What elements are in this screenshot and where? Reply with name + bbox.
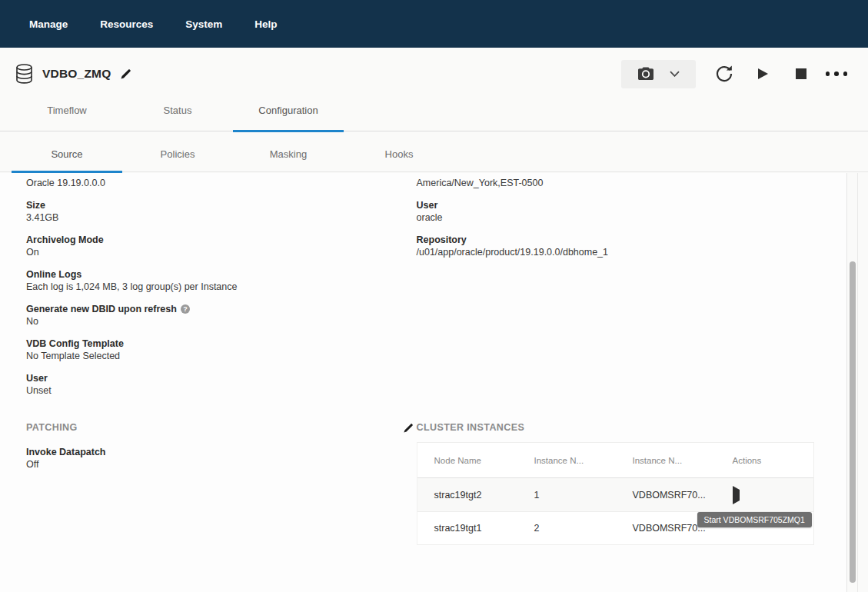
start-instance-tooltip: Start VDBOMSRF705ZMQ1: [697, 512, 812, 527]
subtab-masking[interactable]: Masking: [233, 131, 344, 171]
play-icon: [758, 68, 768, 79]
col-instance-number: Instance N...: [517, 456, 616, 465]
stop-icon: [796, 68, 806, 79]
stop-button[interactable]: [782, 60, 820, 88]
pencil-icon[interactable]: [120, 68, 131, 80]
patching-section: PATCHING Invoke Datapatch Off: [0, 422, 411, 545]
cluster-instances-title: CLUSTER INSTANCES: [417, 422, 525, 434]
scrollbar-thumb[interactable]: [850, 261, 856, 583]
field-invoke-datapatch: Invoke Datapatch Off: [26, 446, 411, 471]
col-instance-name: Instance N...: [616, 456, 716, 465]
refresh-icon: [715, 65, 733, 83]
source-left-column: Oracle 19.19.0.0.0 Size 3.41GB Archivelo…: [0, 173, 411, 407]
ellipsis-icon: [826, 72, 848, 76]
scrollbar-track[interactable]: [847, 173, 858, 592]
start-button[interactable]: [743, 60, 782, 88]
subtab-policies[interactable]: Policies: [122, 131, 233, 171]
col-actions: Actions: [716, 456, 813, 465]
page-title: VDBO_ZMQ: [42, 67, 111, 81]
cluster-instances-table: Node Name Instance N... Instance N... Ac…: [417, 442, 814, 545]
primary-tabs: Timeflow Status Configuration: [0, 100, 868, 131]
patching-title: PATCHING: [26, 422, 78, 434]
cluster-instances-section: CLUSTER INSTANCES Node Name Instance N..…: [411, 422, 846, 545]
database-icon: [15, 64, 33, 84]
object-header: VDBO_ZMQ: [0, 48, 868, 100]
table-header-row: Node Name Instance N... Instance N... Ac…: [417, 443, 813, 478]
field-generate-dbid: Generate new DBID upon refresh? No: [26, 303, 411, 328]
nav-system[interactable]: System: [185, 18, 222, 30]
source-right-column: America/New_York,EST-0500 User oracle Re…: [411, 173, 846, 407]
nav-help[interactable]: Help: [254, 18, 277, 30]
source-panel: Oracle 19.19.0.0.0 Size 3.41GB Archivelo…: [0, 173, 847, 592]
refresh-button[interactable]: [705, 60, 743, 88]
camera-icon: [637, 67, 654, 81]
nav-manage[interactable]: Manage: [29, 18, 68, 30]
snapshot-button[interactable]: [621, 60, 696, 88]
field-vdb-config-template: VDB Config Template No Template Selected: [26, 338, 411, 362]
subtab-hooks[interactable]: Hooks: [344, 131, 454, 171]
field-user-left: User Unset: [26, 372, 411, 397]
tab-configuration[interactable]: Configuration: [233, 100, 344, 131]
field-archivelog-mode: Archivelog Mode On: [26, 234, 411, 258]
help-icon[interactable]: ?: [181, 304, 190, 314]
more-actions-button[interactable]: [820, 60, 853, 88]
nav-resources[interactable]: Resources: [100, 18, 153, 30]
table-row: strac19tgt2 1 VDBOMSRF70...: [417, 478, 813, 511]
row-start-play-icon[interactable]: [733, 486, 740, 504]
tab-timeflow[interactable]: Timeflow: [12, 100, 122, 131]
field-repository: Repository /u01/app/oracle/product/19.19…: [417, 234, 846, 258]
field-database-version: Oracle 19.19.0.0.0: [26, 177, 411, 189]
field-online-logs: Online Logs Each log is 1,024 MB, 3 log …: [26, 268, 411, 293]
top-navbar: Manage Resources System Help: [0, 0, 868, 48]
field-size: Size 3.41GB: [26, 199, 411, 224]
field-user-right: User oracle: [417, 199, 846, 224]
tab-status[interactable]: Status: [122, 100, 233, 131]
subtab-source[interactable]: Source: [12, 131, 122, 171]
field-timezone: America/New_York,EST-0500: [417, 177, 846, 189]
col-node-name: Node Name: [417, 456, 517, 465]
chevron-down-icon: [670, 71, 680, 77]
configuration-subtabs: Source Policies Masking Hooks: [0, 131, 868, 172]
